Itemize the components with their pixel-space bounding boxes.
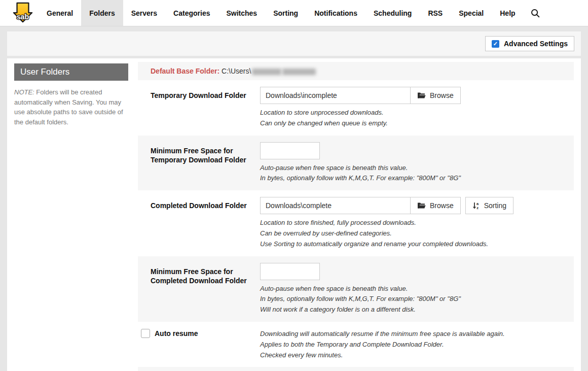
redacted-username-2 <box>282 69 316 75</box>
tab-special[interactable]: Special <box>451 0 492 26</box>
browse-button-label: Browse <box>430 91 454 99</box>
default-base-folder-value: C:\Users\ <box>222 67 251 75</box>
folder-open-icon <box>417 92 426 99</box>
auto-resume-row: Auto resume Downloading will automatical… <box>138 322 574 367</box>
temporary-help: Location to store unprocessed downloads.… <box>260 108 574 129</box>
tab-categories[interactable]: Categories <box>165 0 218 26</box>
temporary-download-folder-input[interactable] <box>260 87 411 104</box>
tab-rss[interactable]: RSS <box>420 0 451 26</box>
sidebar-note-prefix: NOTE: <box>14 88 34 96</box>
min-free-space-temp-label: Minimum Free Space for Temporary Downloa… <box>151 142 260 165</box>
browse-button-label: Browse <box>430 201 454 210</box>
sort-alpha-icon: a z <box>472 201 480 210</box>
auto-resume-checkbox[interactable] <box>141 329 150 338</box>
sabnzbd-logo[interactable]: sab <box>7 0 39 26</box>
auto-resume-label: Auto resume <box>155 329 198 338</box>
tab-sorting[interactable]: Sorting <box>265 0 306 26</box>
folders-settings-panel: User Folders NOTE: Folders will be creat… <box>7 58 581 371</box>
completed-help: Location to store finished, fully proces… <box>260 218 574 249</box>
tab-folders[interactable]: Folders <box>81 0 123 26</box>
tab-scheduling[interactable]: Scheduling <box>365 0 420 26</box>
sidebar: User Folders NOTE: Folders will be creat… <box>7 58 138 371</box>
settings-subheader: ✓ Advanced Settings <box>7 31 581 56</box>
folder-open-icon <box>417 202 426 209</box>
auto-resume-help: Downloading will automatically resume if… <box>260 328 505 360</box>
folders-form: Default Base Folder: C:\Users\ Temporary… <box>138 58 574 371</box>
tab-general[interactable]: General <box>39 0 81 26</box>
min-free-space-temp-help: Auto-pause when free space is beneath th… <box>260 163 574 184</box>
min-free-space-completed-label: Minimum Free Space for Completed Downloa… <box>151 263 260 286</box>
sabnzbd-logo-icon: sab <box>12 2 33 25</box>
default-base-folder-row: Default Base Folder: C:\Users\ <box>138 62 574 80</box>
default-base-folder-label: Default Base Folder: <box>151 67 219 75</box>
redacted-username <box>252 69 281 75</box>
advanced-settings-toggle[interactable]: ✓ Advanced Settings <box>485 36 574 51</box>
sidebar-note: NOTE: Folders will be created automatica… <box>14 87 126 127</box>
svg-text:z: z <box>476 206 479 210</box>
section-title: User Folders <box>14 63 128 81</box>
completed-download-folder-label: Completed Download Folder <box>151 197 260 211</box>
search-icon <box>531 9 540 18</box>
temporary-download-folder-row: Temporary Download Folder Browse <box>138 80 574 136</box>
watched-folder-row: Watched Folder Browse Folder <box>138 367 574 371</box>
min-free-space-completed-help: Auto-pause when free space is beneath th… <box>260 284 574 315</box>
tab-help[interactable]: Help <box>492 0 523 26</box>
min-free-space-temp-row: Minimum Free Space for Temporary Downloa… <box>138 136 574 191</box>
temporary-download-folder-label: Temporary Download Folder <box>151 87 260 100</box>
sorting-button[interactable]: a z Sorting <box>465 197 513 214</box>
completed-download-folder-input[interactable] <box>260 197 411 214</box>
search-button[interactable] <box>524 0 547 26</box>
completed-download-folder-row: Completed Download Folder Browse <box>138 190 574 256</box>
min-free-space-completed-row: Minimum Free Space for Completed Downloa… <box>138 256 574 322</box>
temporary-browse-button[interactable]: Browse <box>410 87 461 104</box>
advanced-settings-label: Advanced Settings <box>504 40 568 48</box>
top-nav: sab General Folders Servers Categories S… <box>0 0 588 26</box>
sorting-button-label: Sorting <box>484 201 506 210</box>
min-free-space-temp-input[interactable] <box>260 142 320 159</box>
advanced-settings-checkbox[interactable]: ✓ <box>492 40 499 48</box>
tab-servers[interactable]: Servers <box>123 0 165 26</box>
completed-browse-button[interactable]: Browse <box>410 197 461 214</box>
svg-text:sab: sab <box>17 13 29 21</box>
min-free-space-completed-input[interactable] <box>260 263 320 280</box>
tab-switches[interactable]: Switches <box>218 0 265 26</box>
tab-notifications[interactable]: Notifications <box>306 0 365 26</box>
